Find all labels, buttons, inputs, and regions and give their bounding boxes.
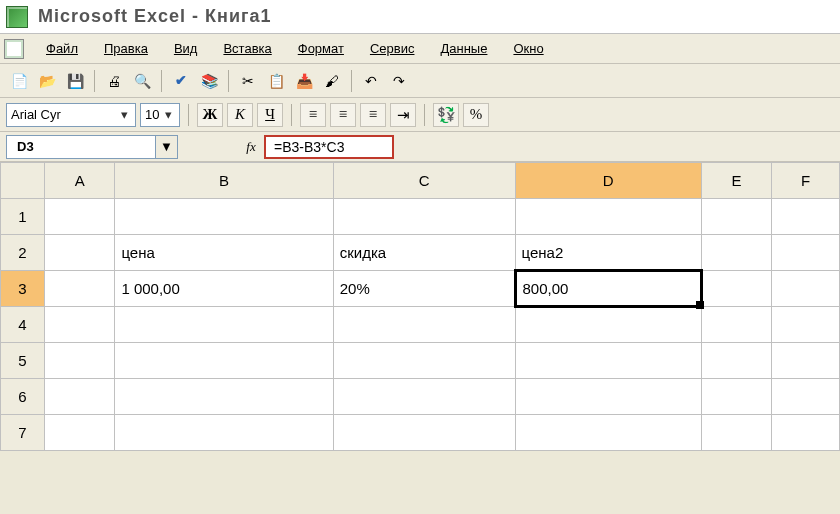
col-header-A[interactable]: A — [45, 163, 115, 199]
align-left-icon[interactable]: ≡ — [300, 103, 326, 127]
cell-B4[interactable] — [115, 307, 333, 343]
menu-data[interactable]: Данные — [432, 37, 495, 60]
select-all-corner[interactable] — [1, 163, 45, 199]
currency-icon[interactable]: 💱 — [433, 103, 459, 127]
menu-tools[interactable]: Сервис — [362, 37, 423, 60]
cell-D3[interactable]: 800,00 — [515, 271, 701, 307]
copy-icon[interactable]: 📋 — [263, 68, 289, 94]
col-header-D[interactable]: D — [515, 163, 701, 199]
row-header-4[interactable]: 4 — [1, 307, 45, 343]
cell-E2[interactable] — [701, 235, 771, 271]
save-icon[interactable]: 💾 — [62, 68, 88, 94]
print-preview-icon[interactable]: 🔍 — [129, 68, 155, 94]
cell-F2[interactable] — [772, 235, 840, 271]
row-header-7[interactable]: 7 — [1, 415, 45, 451]
cell-B6[interactable] — [115, 379, 333, 415]
menu-file[interactable]: Файл — [38, 37, 86, 60]
row-header-5[interactable]: 5 — [1, 343, 45, 379]
menu-insert[interactable]: Вставка — [215, 37, 279, 60]
cell-B2[interactable]: цена — [115, 235, 333, 271]
col-header-F[interactable]: F — [772, 163, 840, 199]
merge-center-icon[interactable]: ⇥ — [390, 103, 416, 127]
workbook-icon[interactable] — [4, 39, 24, 59]
cell-D4[interactable] — [515, 307, 701, 343]
cell-D6[interactable] — [515, 379, 701, 415]
cell-B7[interactable] — [115, 415, 333, 451]
cell-F1[interactable] — [772, 199, 840, 235]
menu-window[interactable]: Окно — [505, 37, 551, 60]
name-box-dropdown[interactable]: ▼ — [156, 135, 178, 159]
cell-D5[interactable] — [515, 343, 701, 379]
cell-B1[interactable] — [115, 199, 333, 235]
percent-button[interactable]: % — [463, 103, 489, 127]
cell-B5[interactable] — [115, 343, 333, 379]
cell-E7[interactable] — [701, 415, 771, 451]
cell-C6[interactable] — [333, 379, 515, 415]
chevron-down-icon[interactable]: ▾ — [161, 107, 175, 122]
print-icon[interactable]: 🖨 — [101, 68, 127, 94]
spellcheck-icon[interactable]: ✔ — [168, 68, 194, 94]
menu-edit[interactable]: Правка — [96, 37, 156, 60]
name-box[interactable]: D3 — [6, 135, 156, 159]
row-header-6[interactable]: 6 — [1, 379, 45, 415]
formula-bar: D3 ▼ fx =B3-B3*C3 — [0, 132, 840, 162]
cell-A1[interactable] — [45, 199, 115, 235]
row-header-2[interactable]: 2 — [1, 235, 45, 271]
cell-D1[interactable] — [515, 199, 701, 235]
cell-E3[interactable] — [701, 271, 771, 307]
cell-A2[interactable] — [45, 235, 115, 271]
cell-D7[interactable] — [515, 415, 701, 451]
bold-button[interactable]: Ж — [197, 103, 223, 127]
cell-E6[interactable] — [701, 379, 771, 415]
align-center-icon[interactable]: ≡ — [330, 103, 356, 127]
cell-A7[interactable] — [45, 415, 115, 451]
formula-input[interactable]: =B3-B3*C3 — [264, 135, 394, 159]
cell-A4[interactable] — [45, 307, 115, 343]
chevron-down-icon[interactable]: ▾ — [117, 107, 131, 122]
font-name-value: Arial Cyr — [11, 107, 117, 122]
underline-button[interactable]: Ч — [257, 103, 283, 127]
cell-F6[interactable] — [772, 379, 840, 415]
cell-F5[interactable] — [772, 343, 840, 379]
fx-icon[interactable]: fx — [238, 139, 264, 155]
cell-C1[interactable] — [333, 199, 515, 235]
row-header-1[interactable]: 1 — [1, 199, 45, 235]
cell-C3[interactable]: 20% — [333, 271, 515, 307]
cell-A3[interactable] — [45, 271, 115, 307]
separator — [161, 70, 162, 92]
cut-icon[interactable]: ✂ — [235, 68, 261, 94]
italic-button[interactable]: К — [227, 103, 253, 127]
menu-view[interactable]: Вид — [166, 37, 206, 60]
paste-icon[interactable]: 📥 — [291, 68, 317, 94]
cell-F3[interactable] — [772, 271, 840, 307]
cell-D2[interactable]: цена2 — [515, 235, 701, 271]
cell-C2[interactable]: скидка — [333, 235, 515, 271]
format-painter-icon[interactable]: 🖌 — [319, 68, 345, 94]
col-header-E[interactable]: E — [701, 163, 771, 199]
cell-B3[interactable]: 1 000,00 — [115, 271, 333, 307]
cell-A6[interactable] — [45, 379, 115, 415]
redo-icon[interactable]: ↷ — [386, 68, 412, 94]
new-icon[interactable]: 📄 — [6, 68, 32, 94]
align-right-icon[interactable]: ≡ — [360, 103, 386, 127]
open-icon[interactable]: 📂 — [34, 68, 60, 94]
cell-E5[interactable] — [701, 343, 771, 379]
row-header-3[interactable]: 3 — [1, 271, 45, 307]
cell-F7[interactable] — [772, 415, 840, 451]
cell-F4[interactable] — [772, 307, 840, 343]
col-header-B[interactable]: B — [115, 163, 333, 199]
undo-icon[interactable]: ↶ — [358, 68, 384, 94]
formatting-toolbar: Arial Cyr ▾ 10 ▾ Ж К Ч ≡ ≡ ≡ ⇥ 💱 % — [0, 98, 840, 132]
cell-C4[interactable] — [333, 307, 515, 343]
cell-E4[interactable] — [701, 307, 771, 343]
cell-A5[interactable] — [45, 343, 115, 379]
menu-format[interactable]: Формат — [290, 37, 352, 60]
font-size-combo[interactable]: 10 ▾ — [140, 103, 180, 127]
cell-C7[interactable] — [333, 415, 515, 451]
col-header-C[interactable]: C — [333, 163, 515, 199]
cell-E1[interactable] — [701, 199, 771, 235]
font-name-combo[interactable]: Arial Cyr ▾ — [6, 103, 136, 127]
research-icon[interactable]: 📚 — [196, 68, 222, 94]
spreadsheet-grid[interactable]: A B C D E F 1 2 цена скидка цена2 3 1 00… — [0, 162, 840, 451]
cell-C5[interactable] — [333, 343, 515, 379]
